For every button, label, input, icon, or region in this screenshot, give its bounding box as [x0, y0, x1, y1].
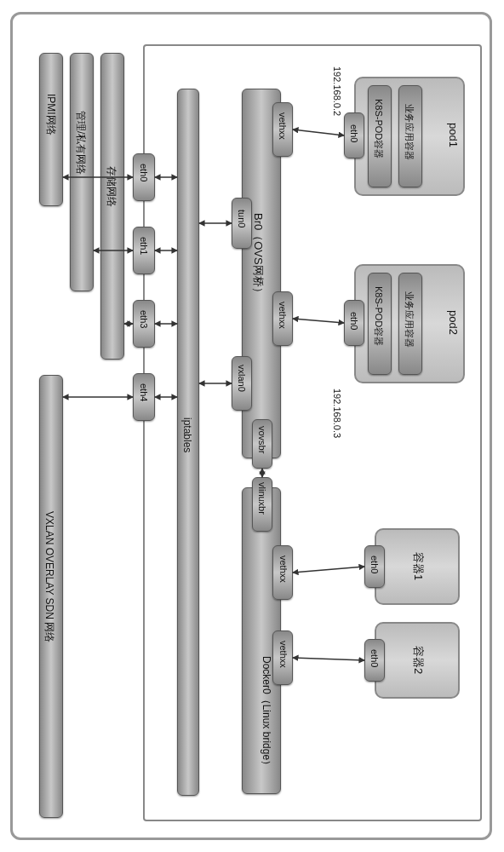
docker0-vlinuxbr-label: vlinuxbr — [257, 482, 267, 515]
net-storage-label: 存储网络 — [104, 166, 118, 207]
container2-title: 容器2 — [410, 646, 426, 674]
pod2-title: pod2 — [447, 310, 460, 335]
pod1-title: pod1 — [447, 123, 460, 147]
br0-vxlan0-label: vxlan0 — [237, 365, 247, 392]
iptables-label: iptables — [181, 417, 193, 452]
br0-tun0-label: tun0 — [237, 210, 247, 227]
pod2-biz-label: 业务应用容器 — [403, 291, 415, 348]
docker0-veth-c1-label: vethxx — [278, 556, 289, 583]
pod1-k8s-label: K8S-POD容器 — [372, 99, 385, 158]
br0-vovsbr-label: vovsbr — [257, 426, 267, 453]
br0-veth-pod2-label: vethxx — [278, 302, 288, 329]
docker0-veth-c2-label: vethxx — [278, 641, 289, 668]
container2-eth0-label: eth0 — [369, 649, 380, 667]
container1-title: 容器1 — [410, 552, 426, 580]
pod2-k8s-label: K8S-POD容器 — [372, 286, 385, 346]
nic-eth4-label: eth4 — [139, 383, 149, 401]
pod2-ip: 192.168.0.3 — [332, 389, 342, 438]
docker0-label: Docker0（Linux bridge） — [259, 656, 273, 770]
pod1-biz-label: 业务应用容器 — [403, 104, 415, 160]
net-vxlan-label: VXLAN OVERLAY SDN 网络 — [42, 511, 56, 642]
pod1-eth0-label: eth0 — [349, 124, 359, 142]
nic-eth1-label: eth1 — [139, 237, 149, 255]
br0-veth-pod1-label: vethxx — [278, 112, 288, 140]
br0-label: Br0（OVS网桥） — [250, 213, 266, 298]
nic-eth3-label: eth3 — [139, 310, 149, 328]
pod2-eth0-label: eth0 — [349, 312, 359, 330]
net-mgmt-label: 管理/私有网络 — [73, 111, 88, 175]
pod1-ip: 192.168.0.2 — [332, 66, 342, 116]
nic-eth0-label: eth0 — [139, 164, 149, 181]
net-ipmi-label: IPMI网络 — [43, 94, 58, 135]
container1-eth0-label: eth0 — [369, 556, 380, 573]
